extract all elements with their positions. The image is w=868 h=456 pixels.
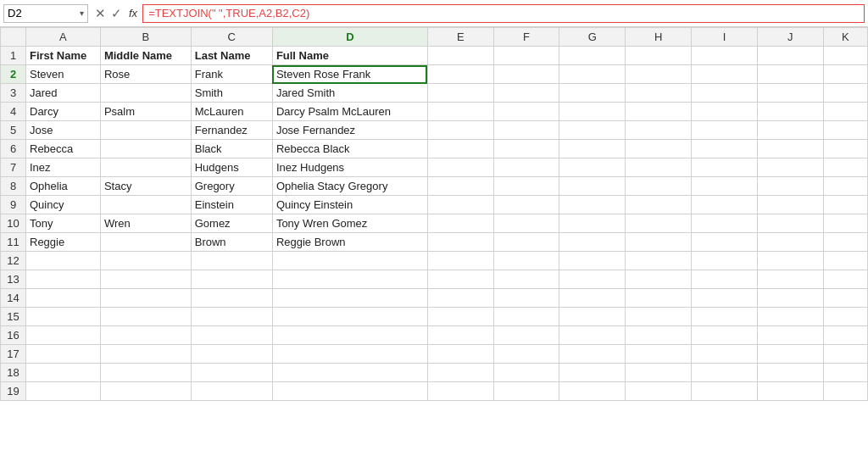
- row-header-10[interactable]: 10: [1, 214, 26, 233]
- cell-A9[interactable]: Quincy: [26, 196, 101, 214]
- cell-D2[interactable]: Steven Rose Frank: [272, 65, 427, 84]
- cell-D10[interactable]: Tony Wren Gomez: [272, 214, 427, 233]
- cell-D1[interactable]: Full Name: [272, 47, 427, 65]
- cell-J18[interactable]: [757, 364, 823, 382]
- cell-A11[interactable]: Reggie: [26, 233, 101, 252]
- cell-C8[interactable]: Gregory: [191, 177, 272, 196]
- cell-D17[interactable]: [272, 345, 427, 364]
- cell-K1[interactable]: [823, 47, 867, 65]
- cell-K6[interactable]: [823, 140, 867, 158]
- cell-D3[interactable]: Jared Smith: [272, 84, 427, 103]
- cell-H18[interactable]: [626, 364, 692, 382]
- cell-C10[interactable]: Gomez: [191, 214, 272, 233]
- cell-A3[interactable]: Jared: [26, 84, 101, 103]
- cell-D16[interactable]: [272, 326, 427, 345]
- cell-D9[interactable]: Quincy Einstein: [272, 196, 427, 214]
- cell-J1[interactable]: [757, 47, 823, 65]
- cell-H16[interactable]: [626, 326, 692, 345]
- cell-H4[interactable]: [626, 103, 692, 121]
- cell-J10[interactable]: [757, 214, 823, 233]
- cell-C2[interactable]: Frank: [191, 65, 272, 84]
- cell-B6[interactable]: [100, 140, 191, 158]
- cell-H3[interactable]: [626, 84, 692, 103]
- cell-G12[interactable]: [559, 252, 626, 270]
- cell-D5[interactable]: Jose Fernandez: [272, 121, 427, 140]
- cell-H17[interactable]: [626, 345, 692, 364]
- cell-B5[interactable]: [100, 121, 191, 140]
- cell-E3[interactable]: [427, 84, 493, 103]
- cell-A19[interactable]: [26, 382, 101, 401]
- cell-G2[interactable]: [559, 65, 626, 84]
- cell-A1[interactable]: First Name: [26, 47, 101, 65]
- cell-E7[interactable]: [427, 158, 493, 177]
- cell-G9[interactable]: [559, 196, 626, 214]
- cell-H11[interactable]: [626, 233, 692, 252]
- cell-E12[interactable]: [427, 252, 493, 270]
- cell-B13[interactable]: [100, 270, 191, 289]
- cell-K16[interactable]: [823, 326, 867, 345]
- cell-F10[interactable]: [493, 214, 559, 233]
- cell-C7[interactable]: Hudgens: [191, 158, 272, 177]
- cell-A14[interactable]: [26, 289, 101, 308]
- cell-D19[interactable]: [272, 382, 427, 401]
- cell-K8[interactable]: [823, 177, 867, 196]
- confirm-formula-icon[interactable]: ✓: [109, 6, 124, 21]
- cell-B19[interactable]: [100, 382, 191, 401]
- cell-E16[interactable]: [427, 326, 493, 345]
- cell-G17[interactable]: [559, 345, 626, 364]
- cell-B4[interactable]: Psalm: [100, 103, 191, 121]
- cell-G14[interactable]: [559, 289, 626, 308]
- row-header-5[interactable]: 5: [1, 121, 26, 140]
- cell-E9[interactable]: [427, 196, 493, 214]
- formula-input[interactable]: [142, 4, 865, 23]
- col-header-K[interactable]: K: [823, 28, 867, 47]
- row-header-13[interactable]: 13: [1, 270, 26, 289]
- row-header-19[interactable]: 19: [1, 382, 26, 401]
- cell-D7[interactable]: Inez Hudgens: [272, 158, 427, 177]
- cell-I1[interactable]: [692, 47, 758, 65]
- cell-I16[interactable]: [692, 326, 758, 345]
- cell-K14[interactable]: [823, 289, 867, 308]
- cell-G7[interactable]: [559, 158, 626, 177]
- col-header-I[interactable]: I: [692, 28, 758, 47]
- cell-H5[interactable]: [626, 121, 692, 140]
- cell-K7[interactable]: [823, 158, 867, 177]
- cell-H1[interactable]: [626, 47, 692, 65]
- cell-A5[interactable]: Jose: [26, 121, 101, 140]
- cell-H19[interactable]: [626, 382, 692, 401]
- cell-I14[interactable]: [692, 289, 758, 308]
- cell-I2[interactable]: [692, 65, 758, 84]
- cell-J3[interactable]: [757, 84, 823, 103]
- cell-I10[interactable]: [692, 214, 758, 233]
- cell-B2[interactable]: Rose: [100, 65, 191, 84]
- cell-F11[interactable]: [493, 233, 559, 252]
- cell-J17[interactable]: [757, 345, 823, 364]
- cell-G4[interactable]: [559, 103, 626, 121]
- col-header-C[interactable]: C: [191, 28, 272, 47]
- cell-A13[interactable]: [26, 270, 101, 289]
- cell-D11[interactable]: Reggie Brown: [272, 233, 427, 252]
- cell-I9[interactable]: [692, 196, 758, 214]
- cell-H12[interactable]: [626, 252, 692, 270]
- cell-K17[interactable]: [823, 345, 867, 364]
- cell-E6[interactable]: [427, 140, 493, 158]
- cell-C3[interactable]: Smith: [191, 84, 272, 103]
- cell-I3[interactable]: [692, 84, 758, 103]
- cell-C15[interactable]: [191, 308, 272, 326]
- cell-A8[interactable]: Ophelia: [26, 177, 101, 196]
- cell-H9[interactable]: [626, 196, 692, 214]
- cell-C17[interactable]: [191, 345, 272, 364]
- cell-J14[interactable]: [757, 289, 823, 308]
- cell-D13[interactable]: [272, 270, 427, 289]
- cell-J6[interactable]: [757, 140, 823, 158]
- row-header-4[interactable]: 4: [1, 103, 26, 121]
- cell-B11[interactable]: [100, 233, 191, 252]
- cell-F13[interactable]: [493, 270, 559, 289]
- cell-B8[interactable]: Stacy: [100, 177, 191, 196]
- cell-F2[interactable]: [493, 65, 559, 84]
- cell-F7[interactable]: [493, 158, 559, 177]
- cell-J16[interactable]: [757, 326, 823, 345]
- cell-G8[interactable]: [559, 177, 626, 196]
- cell-F4[interactable]: [493, 103, 559, 121]
- cell-D4[interactable]: Darcy Psalm McLauren: [272, 103, 427, 121]
